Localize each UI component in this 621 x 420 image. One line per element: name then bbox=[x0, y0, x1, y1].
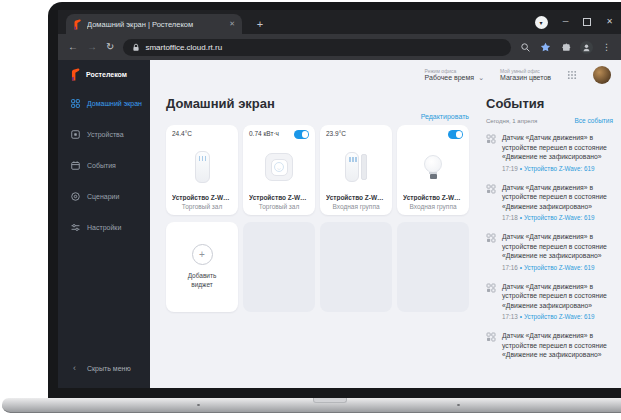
sidebar-item-label: Настройки bbox=[87, 224, 121, 231]
add-widget-label: Добавить виджет bbox=[178, 272, 226, 290]
event-text: Датчик «Датчик движения» в устройстве пе… bbox=[502, 282, 614, 311]
motion-sensor-event-icon bbox=[486, 332, 496, 342]
minimize-icon[interactable]: ─ bbox=[563, 18, 569, 26]
power-toggle-on[interactable] bbox=[448, 130, 463, 139]
sidebar-item-label: Домашний экран bbox=[87, 100, 142, 107]
new-tab-button[interactable]: + bbox=[250, 14, 270, 34]
sidebar-item-home[interactable]: Домашний экран bbox=[58, 88, 150, 119]
maximize-icon[interactable] bbox=[583, 18, 591, 26]
window-close-icon[interactable]: ✕ bbox=[606, 18, 613, 26]
plus-icon: + bbox=[192, 244, 213, 265]
events-list: Датчик «Датчик движения» в устройстве пе… bbox=[486, 133, 615, 360]
event-item: Датчик «Датчик движения» в устройстве пе… bbox=[486, 331, 615, 360]
event-device-link[interactable]: Устройство Z-Wave: 619 bbox=[524, 313, 595, 320]
all-events-link[interactable]: Все события bbox=[575, 117, 613, 124]
device-card-multisensor[interactable]: 24.4°C Устройство Z-Wave: … Торговый зал bbox=[166, 125, 238, 215]
dashboard-icon bbox=[71, 99, 80, 108]
smart-plug-device-image: ◡ bbox=[265, 153, 293, 181]
chevron-down-icon: ⌄ bbox=[478, 76, 484, 80]
smart-office-value: Магазин цветов bbox=[500, 74, 551, 83]
events-title: События bbox=[486, 96, 615, 111]
apps-grid-icon[interactable] bbox=[567, 70, 577, 80]
temperature-value: 23.9°C bbox=[326, 130, 346, 137]
browser-toolbar: ← → ↻ smartoffice.cloud.rt.ru bbox=[58, 34, 621, 60]
sidebar-item-label: Сценарии bbox=[87, 193, 119, 200]
event-text: Датчик «Датчик движения» в устройстве пе… bbox=[502, 183, 614, 212]
device-card-door-sensor[interactable]: 23.9°C Устройство Z-Wave: … bbox=[320, 125, 392, 215]
device-card-bulb[interactable]: Устройство Z-Wave: … Входная группа bbox=[397, 125, 469, 215]
events-date: Сегодня, 1 апреля bbox=[486, 118, 537, 124]
extensions-puzzle-icon[interactable] bbox=[560, 42, 571, 53]
event-device-link[interactable]: Устройство Z-Wave: 619 bbox=[524, 264, 595, 271]
back-icon[interactable]: ← bbox=[68, 42, 78, 52]
event-time: 17:19 bbox=[502, 165, 518, 172]
address-bar[interactable]: smartoffice.cloud.rt.ru bbox=[123, 39, 511, 56]
device-card-smart-plug[interactable]: 0.74 кВт·ч ◡ Устройство Z-Wave: … Торгов… bbox=[243, 125, 315, 215]
bullet-separator: • bbox=[520, 313, 522, 320]
chevron-left-icon: ‹ bbox=[73, 364, 76, 373]
device-name: Устройство Z-Wave: … bbox=[249, 194, 309, 201]
widget-grid: 24.4°C Устройство Z-Wave: … Торговый зал bbox=[166, 125, 478, 312]
sidebar-item-scenarios[interactable]: Сценарии bbox=[58, 181, 150, 212]
base-screw-dot bbox=[457, 404, 460, 406]
laptop-base bbox=[2, 398, 621, 413]
empty-widget-slot bbox=[320, 222, 392, 312]
search-icon[interactable] bbox=[520, 42, 531, 53]
page-title: Домашний экран bbox=[166, 96, 478, 111]
device-location: Входная группа bbox=[403, 203, 463, 210]
browser-window: Домашний экран | Ростелеком ✕ + ▾ ─ ✕ ← … bbox=[58, 10, 621, 388]
app-content: Режим офиса Рабочее время ⌄ Мой умный оф… bbox=[150, 60, 621, 388]
tab-close-icon[interactable]: ✕ bbox=[229, 20, 235, 28]
sidebar-item-settings[interactable]: Настройки bbox=[58, 212, 150, 243]
browser-tab[interactable]: Домашний экран | Ростелеком ✕ bbox=[66, 14, 242, 34]
event-text: Датчик «Датчик движения» в устройстве пе… bbox=[502, 133, 614, 162]
home-screen-panel: Домашний экран Редактировать 24.4°C bbox=[150, 90, 478, 388]
rostelecom-logo-icon bbox=[70, 68, 81, 81]
laptop-screen-bezel: Домашний экран | Ростелеком ✕ + ▾ ─ ✕ ← … bbox=[48, 2, 621, 398]
energy-value: 0.74 кВт·ч bbox=[249, 130, 279, 137]
sliders-icon bbox=[71, 223, 80, 232]
sidebar-item-label: События bbox=[87, 162, 116, 169]
bulb-device-image bbox=[424, 155, 442, 179]
reload-icon[interactable]: ↻ bbox=[106, 42, 114, 52]
device-location: Входная группа bbox=[326, 203, 386, 210]
event-time: 17:16 bbox=[502, 264, 518, 271]
user-avatar[interactable] bbox=[593, 66, 611, 84]
forward-icon[interactable]: → bbox=[87, 42, 97, 52]
smartoffice-app: Ростелеком Домашний экран Устройства bbox=[58, 60, 621, 388]
bullet-separator: • bbox=[520, 214, 522, 221]
device-name: Устройство Z-Wave: … bbox=[403, 194, 463, 201]
bookmark-star-icon[interactable] bbox=[540, 42, 551, 53]
edit-link[interactable]: Редактировать bbox=[421, 113, 469, 120]
lock-icon bbox=[132, 43, 140, 52]
multisensor-device-image bbox=[195, 151, 210, 183]
menu-kebab-icon[interactable]: ⋮ bbox=[602, 43, 611, 52]
add-widget-card[interactable]: + Добавить виджет bbox=[166, 222, 238, 312]
tab-title: Домашний экран | Ростелеком bbox=[87, 20, 224, 29]
scenario-icon bbox=[71, 192, 80, 201]
hide-menu-button[interactable]: ‹ Скрыть меню bbox=[58, 364, 150, 388]
office-mode-select[interactable]: Режим офиса Рабочее время ⌄ bbox=[425, 68, 484, 83]
events-panel: События Сегодня, 1 апреля Все события Да… bbox=[478, 90, 621, 388]
device-name: Устройство Z-Wave: … bbox=[172, 194, 232, 201]
event-time: 17:18 bbox=[502, 214, 518, 221]
event-text: Датчик «Датчик движения» в устройстве пе… bbox=[502, 331, 614, 360]
event-device-link[interactable]: Устройство Z-Wave: 619 bbox=[524, 214, 595, 221]
smart-office-select[interactable]: Мой умный офис Магазин цветов bbox=[500, 68, 551, 83]
profile-avatar-icon[interactable] bbox=[580, 41, 593, 54]
empty-widget-slot bbox=[397, 222, 469, 312]
motion-sensor-event-icon bbox=[486, 184, 496, 194]
sidebar-item-devices[interactable]: Устройства bbox=[58, 119, 150, 150]
tab-search-icon[interactable]: ▾ bbox=[535, 16, 548, 29]
power-toggle-on[interactable] bbox=[294, 130, 309, 139]
sidebar-item-events[interactable]: События bbox=[58, 150, 150, 181]
event-device-link[interactable]: Устройство Z-Wave: 619 bbox=[524, 165, 595, 172]
sidebar-item-label: Устройства bbox=[87, 131, 124, 138]
device-location: Торговый зал bbox=[249, 203, 309, 210]
laptop-mockup: Домашний экран | Ростелеком ✕ + ▾ ─ ✕ ← … bbox=[0, 0, 621, 420]
brand: Ростелеком bbox=[58, 60, 150, 82]
sidebar-nav: Домашний экран Устройства События С bbox=[58, 88, 150, 243]
event-item: Датчик «Датчик движения» в устройстве пе… bbox=[486, 133, 615, 172]
hide-menu-label: Скрыть меню bbox=[87, 365, 131, 372]
rostelecom-favicon-icon bbox=[73, 19, 82, 30]
